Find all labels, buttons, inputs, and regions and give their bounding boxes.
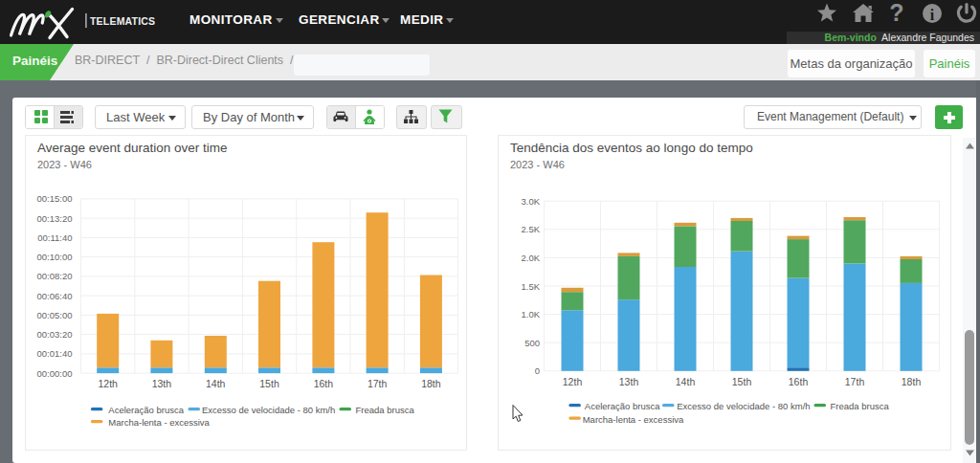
svg-text:00:13:20: 00:13:20 [36, 212, 72, 223]
svg-text:00:08:20: 00:08:20 [36, 271, 72, 281]
svg-text:18th: 18th [902, 376, 922, 387]
svg-text:2023 - W46: 2023 - W46 [37, 159, 92, 170]
svg-text:2.0K: 2.0K [521, 252, 540, 262]
svg-text:16th: 16th [313, 378, 333, 389]
svg-text:17th: 17th [367, 378, 387, 389]
svg-text:1.5K: 1.5K [521, 280, 540, 291]
svg-text:14th: 14th [676, 376, 696, 387]
svg-text:00:05:00: 00:05:00 [36, 309, 72, 320]
svg-text:Aceleração brusca: Aceleração brusca [108, 405, 184, 415]
svg-text:00:03:20: 00:03:20 [36, 329, 72, 340]
svg-text:Excesso de velocidade - 80 km/: Excesso de velocidade - 80 km/h [201, 405, 334, 415]
svg-text:Average event duration over ti: Average event duration over time [37, 141, 228, 155]
svg-text:00:06:40: 00:06:40 [36, 290, 72, 300]
svg-text:14th: 14th [205, 378, 225, 389]
svg-text:12th: 12th [98, 378, 118, 389]
svg-text:13th: 13th [619, 376, 639, 387]
svg-text:Marcha-lenta - excessiva: Marcha-lenta - excessiva [583, 413, 684, 424]
svg-text:16th: 16th [789, 376, 809, 387]
svg-text:00:11:40: 00:11:40 [37, 232, 72, 242]
svg-text:17th: 17th [845, 376, 865, 387]
svg-text:1.0K: 1.0K [521, 309, 540, 320]
svg-text:?: ? [889, 2, 903, 25]
svg-text:Freada brusca: Freada brusca [831, 401, 890, 411]
svg-text:3.0K: 3.0K [521, 195, 540, 206]
svg-text:TELEMATICS: TELEMATICS [90, 15, 155, 27]
svg-text:Freada brusca: Freada brusca [355, 405, 414, 415]
svg-text:Marcha-lenta - excessiva: Marcha-lenta - excessiva [108, 417, 210, 428]
svg-text:00:01:40: 00:01:40 [36, 348, 72, 359]
svg-text:00:00:00: 00:00:00 [36, 367, 72, 378]
svg-text:18th: 18th [421, 378, 441, 389]
svg-text:2.5K: 2.5K [521, 224, 540, 234]
svg-text:00:15:00: 00:15:00 [36, 193, 72, 204]
svg-text:500: 500 [524, 337, 540, 347]
svg-text:0: 0 [535, 365, 540, 376]
svg-text:i: i [930, 7, 935, 23]
svg-text:00:10:00: 00:10:00 [36, 252, 72, 262]
svg-text:15th: 15th [732, 376, 752, 387]
svg-text:2023 - W46: 2023 - W46 [510, 159, 565, 170]
svg-text:Excesso de velocidade - 80 km/: Excesso de velocidade - 80 km/h [677, 401, 810, 411]
svg-text:13th: 13th [151, 378, 171, 389]
svg-text:15th: 15th [259, 378, 279, 389]
svg-text:Tendência dos eventos ao longo: Tendência dos eventos ao longo do tempo [510, 141, 753, 155]
svg-text:Aceleração brusca: Aceleração brusca [585, 401, 660, 411]
svg-text:12th: 12th [563, 376, 583, 387]
